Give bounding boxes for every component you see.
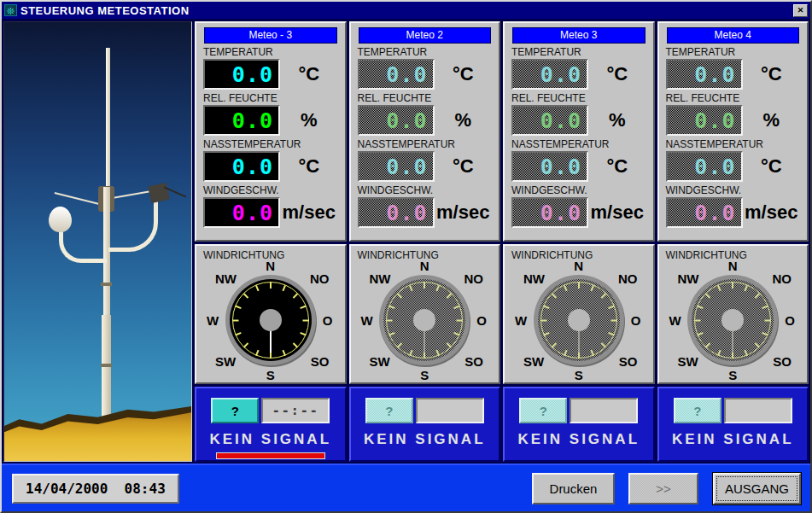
measurement-unit: m/sec [435,201,493,224]
compass-label-nw: NW [523,271,545,286]
compass-label-w: W [361,313,373,328]
compass-face [383,279,465,361]
close-icon[interactable]: ✕ [793,4,808,17]
measurement-label: WINDGESCHW. [358,184,493,196]
compass-face [538,279,620,361]
lcd-value: 0.0 [694,110,735,131]
compass-label-n: N [728,259,738,273]
compass-label-sw: SW [370,354,390,369]
measurement-label: TEMPERATUR [203,46,338,58]
measurement-unit: °C [743,63,801,85]
measurement-label: NASSTEMPERATUR [358,138,493,150]
print-button[interactable]: Drucken [532,473,615,504]
query-button[interactable]: ? [674,398,721,423]
compass-tick [540,319,546,321]
measurements-box: Meteo 2 TEMPERATUR 0.0 °C REL. FEUCHTE 0… [349,21,501,242]
signal-controls: ? [365,398,484,423]
measurements: TEMPERATUR 0.0 °C REL. FEUCHTE 0.0 % NAS… [351,46,499,228]
signal-panel: ? KEIN SIGNAL [503,387,655,462]
exit-button[interactable]: AUSGANG [712,472,802,505]
lcd-display: 0.0 [666,105,743,136]
compass-tick [302,319,308,321]
signal-panel: ? KEIN SIGNAL [657,387,809,462]
compass-label-sw: SW [215,354,236,369]
wind-direction-box: WINDRICHTUNG N NO O SO S SW W NW [195,244,347,384]
compass-tick [424,283,425,289]
signal-status: KEIN SIGNAL [209,431,331,448]
lcd-value: 0.0 [540,202,581,224]
lcd-display: 0.0 [666,151,743,182]
lcd-display: 0.0 [358,105,435,136]
measurement: TEMPERATUR 0.0 °C [666,46,801,90]
lcd-value: 0.0 [540,110,581,131]
photo-antenna [106,48,110,189]
lcd-display: 0.0 [203,105,280,136]
compass-label-sw: SW [678,354,698,369]
measurement-label: REL. FEUCHTE [511,92,646,104]
wind-direction-box: WINDRICHTUNG N NO O SO S SW W NW [349,244,501,384]
compass-tick [270,283,272,289]
measurement-unit: °C [280,63,338,85]
station-header: Meteo - 3 [204,27,337,44]
measurement: REL. FEUCHTE 0.0 % [203,92,338,136]
signal-controls: ? [674,398,792,423]
lcd-display: 0.0 [203,197,280,228]
lcd-display: 0.0 [358,59,435,90]
compass-label-so: SO [773,354,792,369]
query-button[interactable]: ? [211,398,259,423]
lcd-display: 0.0 [511,197,588,228]
query-button[interactable]: ? [365,398,413,423]
lcd-value: 0.0 [232,110,273,131]
measurement-unit: °C [435,63,493,85]
measurement-unit: % [280,109,338,131]
measurement: REL. FEUCHTE 0.0 % [358,92,493,136]
lcd-value: 0.0 [540,64,581,85]
measurement-label: WINDGESCHW. [666,184,801,196]
photo-detail [101,364,112,367]
titlebar: ❊ STEUERUNG METEOSTATION ✕ [2,2,810,19]
window-title: STEUERUNG METEOSTATION [20,4,790,17]
time-display [724,398,792,423]
query-button[interactable]: ? [519,398,567,423]
next-button[interactable]: >> [628,473,698,504]
measurement-label: TEMPERATUR [511,46,646,58]
compass-tick [457,319,463,321]
station-header: Meteo 4 [667,27,800,44]
compass-label-n: N [574,259,583,273]
compass-tick [387,319,393,321]
compass-tick [424,353,425,359]
measurements: TEMPERATUR 0.0 °C REL. FEUCHTE 0.0 % NAS… [659,46,808,228]
measurement-unit: m/sec [743,201,801,224]
compass-label-n: N [420,259,429,273]
lcd-value: 0.0 [386,110,427,131]
measurement-unit: °C [588,155,646,178]
signal-controls: ? [519,398,638,423]
compass-label-s: S [420,368,429,382]
lcd-display: 0.0 [203,151,280,182]
measurement-label: REL. FEUCHTE [666,92,801,104]
lcd-value: 0.0 [694,156,735,178]
compass-label-so: SO [619,354,638,369]
compass-tick [765,319,771,321]
wind-compass: N NO O SO S SW W NW [659,261,808,379]
measurement-label: TEMPERATUR [666,46,801,58]
compass-tick [578,283,580,289]
lcd-display: 0.0 [511,151,588,182]
lcd-display: 0.0 [666,197,743,228]
compass-label-nw: NW [370,271,391,286]
datetime-display: 14/04/2000 08:43 [12,474,179,504]
measurement: WINDGESCHW. 0.0 m/sec [511,184,646,228]
measurement-unit: m/sec [588,201,646,224]
compass-label-no: NO [773,271,792,286]
compass-tick [578,353,580,359]
measurement: REL. FEUCHTE 0.0 % [511,92,646,136]
lcd-display: 0.0 [358,197,435,228]
measurement: NASSTEMPERATUR 0.0 °C [666,138,801,182]
compass-label-s: S [575,368,583,382]
compass-label-o: O [785,313,795,328]
signal-activity-bar [216,452,325,459]
compass-label-so: SO [311,354,330,369]
measurement-label: NASSTEMPERATUR [666,138,801,150]
lcd-display: 0.0 [511,105,588,136]
measurements: TEMPERATUR 0.0 °C REL. FEUCHTE 0.0 % NAS… [196,46,345,228]
